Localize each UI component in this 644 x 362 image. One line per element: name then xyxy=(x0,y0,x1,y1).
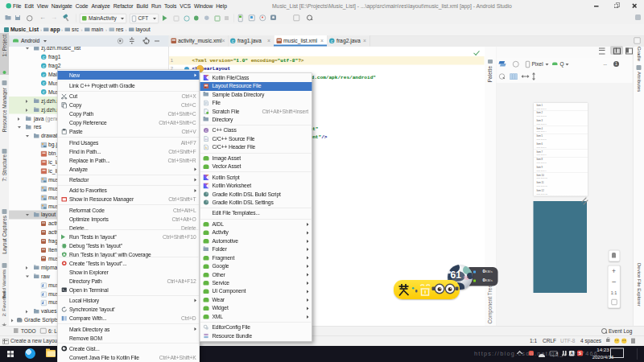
svg-text:++: ++ xyxy=(204,138,208,141)
svg-text:C: C xyxy=(205,129,208,133)
svg-text:h: h xyxy=(205,146,207,150)
